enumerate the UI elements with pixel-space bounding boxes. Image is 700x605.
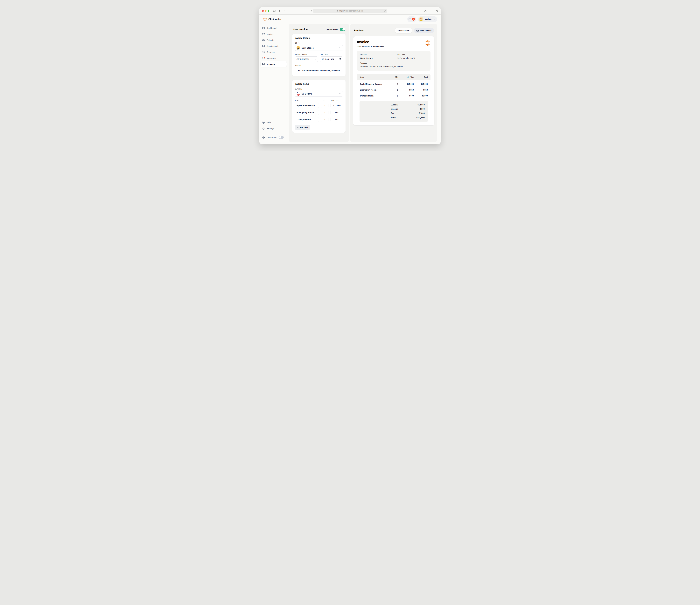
lock-icon — [337, 10, 339, 12]
bill-to-label: Bill To — [295, 42, 343, 44]
receipt-icon — [262, 63, 265, 66]
privacy-shield-icon[interactable] — [309, 10, 312, 12]
send-invoice-button[interactable]: Send Invoice — [414, 28, 434, 33]
calendar-icon[interactable] — [339, 58, 341, 60]
item-price-input[interactable]: $500 — [330, 117, 343, 122]
item-price-input[interactable]: $12,000 — [330, 103, 343, 108]
item-name-input[interactable]: Eyelid Removal Su.. — [295, 103, 319, 108]
address-bar[interactable]: https://clinicradar.com/invoices — [313, 9, 387, 13]
avatar — [419, 17, 423, 21]
sidebar-item-invoices-archive[interactable]: Invoices — [260, 31, 287, 37]
column-header: QTY — [390, 76, 398, 78]
sidebar-item-settings[interactable]: Settings — [260, 125, 287, 131]
chevron-down-icon — [339, 93, 341, 95]
cell-item: Eyelid Removal Surgery — [360, 83, 390, 85]
tax-row: Tax $1300 — [363, 112, 425, 114]
sidebar-item-label: Invoices — [267, 63, 275, 65]
sidebar-item-patients[interactable]: Patients — [260, 37, 287, 43]
item-price-input[interactable]: $850 — [330, 110, 343, 115]
user-menu-button[interactable]: Maria J. — [418, 16, 437, 22]
bill-to-value: Mary Stones — [302, 47, 314, 49]
clinicradar-logo-icon — [263, 17, 267, 21]
sidebar-item-help[interactable]: Help — [260, 119, 287, 125]
help-icon — [262, 121, 265, 124]
back-icon[interactable] — [278, 10, 281, 12]
send-invoice-icon — [416, 29, 419, 32]
column-header: Items — [360, 76, 390, 78]
invoice-preview-card: Invoice Invoice Number CRX-INV0039 Bille… — [353, 37, 434, 125]
avatar — [297, 46, 300, 50]
send-invoice-label: Send Invoice — [420, 29, 431, 32]
share-icon[interactable] — [424, 10, 427, 12]
sidebar-item-messages[interactable]: Messages — [260, 55, 287, 61]
sidebar-item-dashboard[interactable]: Dashboard — [260, 25, 287, 31]
sidebar-toggle-icon[interactable] — [273, 9, 276, 12]
discount-label: Discount — [391, 108, 409, 110]
tab-overview-icon[interactable] — [435, 10, 438, 12]
url-text: https://clinicradar.com/invoices — [340, 10, 363, 12]
save-as-draft-button[interactable]: Save as Draft — [395, 28, 412, 33]
table-header-row: Items QTY Unit Price Total — [357, 74, 430, 80]
item-name-input[interactable]: Emergency Room — [295, 110, 319, 115]
due-date-value: 13 Sept 2024 — [322, 58, 334, 60]
currency-value: US Dollars — [302, 93, 312, 95]
brand-logo[interactable]: Clinicradar — [263, 17, 281, 21]
show-preview-toggle[interactable] — [340, 28, 345, 31]
address-label: Address — [295, 65, 343, 67]
dark-mode-toggle[interactable] — [279, 136, 284, 139]
window-controls — [262, 10, 269, 12]
invoice-number-label: Invoice Number — [295, 53, 318, 55]
sidebar-item-surgeons[interactable]: Surgeons — [260, 49, 287, 55]
show-preview-label: Show Preview — [326, 28, 338, 30]
sidebar-item-label: Invoices — [267, 33, 274, 35]
invoice-number-label: Invoice Number — [357, 45, 370, 47]
invoice-header: Invoice Invoice Number CRX-INV0039 — [357, 40, 430, 47]
sidebar-item-invoices-active[interactable]: Invoices — [260, 61, 287, 67]
content-area: Dashboard Invoices Patients Appointments… — [259, 24, 441, 144]
tax-value: $1300 — [409, 112, 425, 114]
item-price-value: $500 — [334, 118, 339, 121]
preview-actions: Save as Draft Send Invoice — [395, 28, 434, 33]
item-name-input[interactable]: Transportation — [295, 117, 319, 122]
mail-icon — [408, 18, 411, 21]
chevron-down-icon — [339, 47, 341, 49]
cell-unit-price: $850 — [398, 89, 414, 91]
item-qty-input[interactable]: 2 — [321, 117, 328, 122]
section-title: Invoice Items — [295, 83, 343, 85]
brand-name: Clinicradar — [268, 18, 281, 21]
bill-to-select[interactable]: Mary Stones — [295, 45, 343, 51]
item-qty-input[interactable]: 1 — [321, 110, 328, 115]
clinicradar-logo-icon — [424, 40, 430, 46]
archive-icon — [262, 33, 265, 35]
new-tab-icon[interactable] — [430, 10, 432, 12]
invoice-number-input[interactable]: CRX-INV0039 — [295, 56, 318, 62]
invoice-number-row: Invoice Number CRX-INV0039 — [357, 45, 384, 47]
user-name: Maria J. — [425, 18, 432, 20]
add-item-label: Add Item — [300, 126, 308, 128]
column-header: Unit Price — [398, 76, 414, 78]
address-input[interactable]: 1590 Persimmon Place, Noblesville, IN 46… — [295, 68, 343, 73]
desktop-background: https://clinicradar.com/invoices — [249, 0, 451, 151]
minimize-window-button[interactable] — [265, 10, 267, 12]
item-qty-input[interactable]: 1 — [321, 103, 328, 108]
close-window-button[interactable] — [262, 10, 264, 12]
tax-label: Tax — [391, 112, 409, 114]
cell-total: $1000 — [414, 95, 428, 97]
forward-icon[interactable] — [283, 10, 285, 12]
cell-total: $12,000 — [414, 83, 428, 85]
section-title: Invoice Details — [295, 37, 343, 39]
mail-button[interactable]: 3 — [407, 16, 416, 22]
dashboard-icon — [262, 27, 265, 29]
maximize-window-button[interactable] — [268, 10, 269, 12]
address-label: Address — [360, 62, 427, 64]
reload-icon[interactable] — [384, 10, 386, 12]
add-item-button[interactable]: Add Item — [295, 125, 310, 130]
sidebar-item-appointments[interactable]: Appointments — [260, 43, 287, 49]
clear-icon[interactable] — [314, 58, 316, 60]
unit-price-column-label: Unit Price — [330, 99, 343, 101]
due-date-input[interactable]: 13 Sept 2024 — [320, 56, 343, 62]
currency-label: Currency — [295, 88, 343, 90]
currency-select[interactable]: US Dollars — [295, 91, 343, 97]
dark-mode-label: Dark Mode — [267, 136, 276, 139]
invoice-items-table: Items QTY Unit Price Total Eyelid Remova… — [357, 74, 430, 99]
